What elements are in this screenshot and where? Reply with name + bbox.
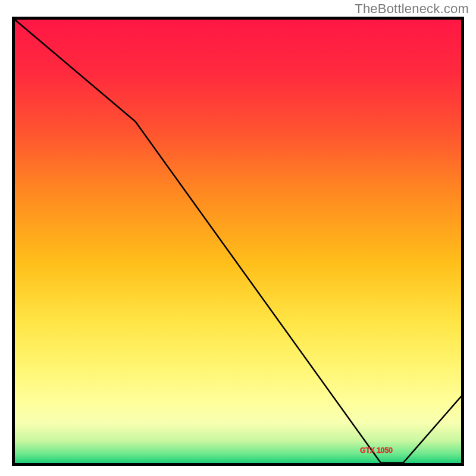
chart-stage: TheBottleneck.com GTX 1050 bbox=[0, 0, 476, 476]
plot-frame: GTX 1050 bbox=[12, 17, 464, 466]
watermark-text: TheBottleneck.com bbox=[355, 1, 469, 17]
marker-label: GTX 1050 bbox=[360, 446, 393, 455]
chart-line-layer: GTX 1050 bbox=[15, 20, 461, 463]
chart-series-line bbox=[15, 20, 461, 463]
